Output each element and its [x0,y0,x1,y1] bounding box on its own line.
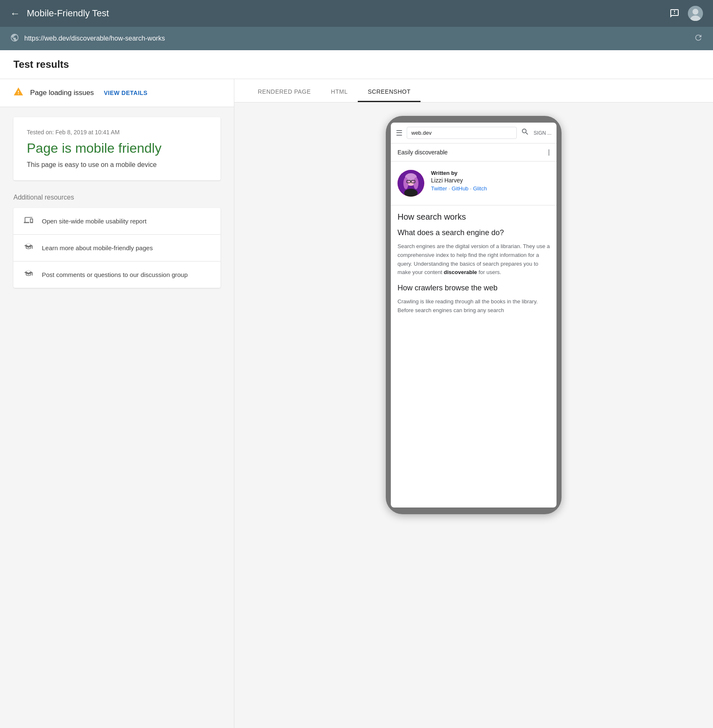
article-section: How search works What does a search engi… [391,205,557,322]
author-links: Twitter · GitHub · Glitch [431,185,550,192]
sep2: · [469,185,473,192]
user-avatar[interactable] [688,6,703,21]
tabs-bar: Rendered page HTML SCREENSHOT [234,79,713,103]
url-input[interactable] [24,35,689,42]
mobile-friendly-heading: Page is mobile friendly [27,141,207,156]
test-results-header: Test results [0,50,713,79]
tab-html[interactable]: HTML [321,79,358,102]
usability-text: Open site-wide mobile usability report [42,218,146,225]
author-avatar-image [398,170,424,197]
left-panel: Page loading issues VIEW DETAILS Tested … [0,79,234,728]
test-results-title: Test results [13,59,69,70]
phone-nav: ☰ web.dev SIGN ... [391,123,557,144]
author-avatar [398,170,424,197]
learn-text: Learn more about mobile-friendly pages [42,244,153,251]
glitch-link[interactable]: Glitch [473,185,487,192]
article-paragraph-2: Crawling is like reading through all the… [398,297,550,315]
hamburger-icon: ☰ [396,128,403,138]
discuss-icon [23,269,33,280]
phone-url-bar: web.dev [407,127,517,139]
article-heading-1: How search works [398,212,550,222]
written-by-label: Written by [431,170,550,176]
header-actions [668,6,703,21]
github-link[interactable]: GitHub [451,185,468,192]
author-name: Lizzi Harvey [431,177,550,184]
main-content: Page loading issues VIEW DETAILS Tested … [0,79,713,728]
view-details-link[interactable]: VIEW DETAILS [104,90,148,96]
discuss-text: Post comments or questions to our discus… [42,271,188,278]
tab-screenshot[interactable]: SCREENSHOT [358,79,421,102]
svg-point-7 [413,177,418,189]
phone-container: ☰ web.dev SIGN ... Easily discoverable | [234,103,713,528]
svg-point-1 [692,9,698,15]
phone-mockup: ☰ web.dev SIGN ... Easily discoverable | [386,116,562,514]
resources-card: Open site-wide mobile usability report L… [13,208,221,288]
phone-sign-in: SIGN ... [533,130,551,136]
resource-item-learn[interactable]: Learn more about mobile-friendly pages [13,235,221,261]
sep1: · [447,185,451,192]
back-button[interactable]: ← [10,8,20,19]
resource-item-usability[interactable]: Open site-wide mobile usability report [13,208,221,235]
article-heading-2: What does a search engine do? [398,228,550,237]
author-section: Written by Lizzi Harvey Twitter · GitHub… [391,161,557,205]
result-card: Tested on: Feb 8, 2019 at 10:41 AM Page … [13,117,221,180]
tab-rendered-page[interactable]: Rendered page [248,79,321,102]
mobile-friendly-description: This page is easy to use on a mobile dev… [27,161,207,169]
tested-on-label: Tested on: Feb 8, 2019 at 10:41 AM [27,129,207,136]
url-bar [0,27,713,50]
resource-item-discuss[interactable]: Post comments or questions to our discus… [13,261,221,288]
svg-point-6 [403,177,408,189]
twitter-link[interactable]: Twitter [431,185,447,192]
warning-icon [13,87,23,99]
page-title: Mobile-Friendly Test [27,8,668,19]
refresh-icon[interactable] [694,33,703,44]
right-panel: Rendered page HTML SCREENSHOT ☰ web.dev [234,79,713,728]
phone-section-title: Easily discoverable | [391,144,557,161]
usability-icon [23,215,33,227]
phone-search-icon [521,128,529,138]
article-heading-3: How crawlers browse the web [398,284,550,292]
additional-resources-title: Additional resources [13,190,221,201]
feedback-icon[interactable] [668,7,681,20]
learn-icon [23,242,33,254]
article-paragraph-1: Search engines are the digital version o… [398,242,550,277]
phone-screen: ☰ web.dev SIGN ... Easily discoverable | [391,123,557,508]
additional-resources: Additional resources Open site-wide mobi… [13,190,221,288]
warning-bar: Page loading issues VIEW DETAILS [0,79,234,107]
page-loading-issues-label: Page loading issues [30,89,94,97]
app-header: ← Mobile-Friendly Test [0,0,713,27]
globe-icon [10,33,19,44]
chevron-icon: | [548,149,550,156]
author-info: Written by Lizzi Harvey Twitter · GitHub… [431,170,550,192]
